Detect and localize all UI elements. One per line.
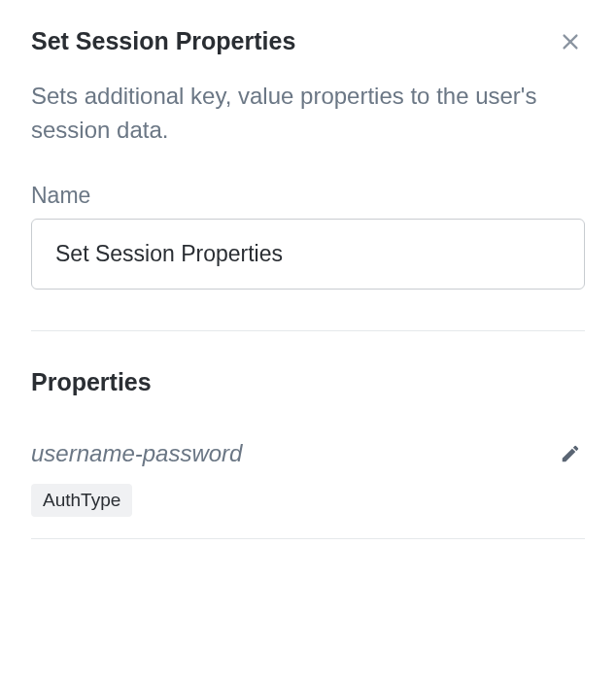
panel-title: Set Session Properties (31, 27, 295, 55)
close-icon (560, 31, 581, 52)
property-key: username-password (31, 440, 242, 467)
section-divider (31, 330, 585, 331)
property-divider (31, 538, 585, 539)
properties-heading: Properties (31, 368, 585, 396)
edit-property-button[interactable] (556, 439, 585, 468)
panel-description: Sets additional key, value properties to… (31, 80, 585, 148)
pencil-icon (560, 443, 581, 464)
property-tag: AuthType (31, 484, 132, 517)
property-row: username-password (31, 439, 585, 468)
name-input[interactable] (31, 219, 585, 290)
name-label: Name (31, 183, 585, 209)
close-button[interactable] (556, 27, 585, 56)
